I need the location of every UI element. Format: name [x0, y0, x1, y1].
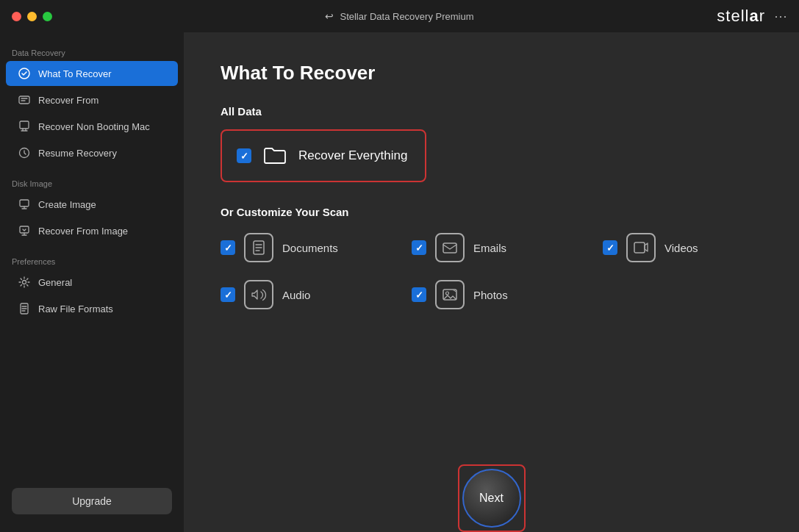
- resume-recovery-icon: [18, 146, 31, 159]
- audio-icon: [244, 280, 273, 309]
- scan-options-grid: Documents Emails: [221, 233, 762, 309]
- create-image-icon: [18, 198, 31, 211]
- app-title: ↩ Stellar Data Recovery Premium: [325, 10, 473, 22]
- raw-file-formats-label: Raw File Formats: [38, 303, 113, 314]
- sidebar-item-resume-recovery[interactable]: Resume Recovery: [6, 140, 178, 165]
- svg-rect-10: [634, 242, 645, 253]
- sidebar-item-recover-non-booting[interactable]: Recover Non Booting Mac: [6, 114, 178, 139]
- what-to-recover-icon: [18, 67, 31, 80]
- svg-point-12: [446, 292, 449, 295]
- general-icon: [18, 276, 31, 289]
- menu-icon[interactable]: ⋯: [774, 8, 787, 24]
- general-label: General: [38, 277, 72, 288]
- next-button[interactable]: Next: [462, 469, 521, 528]
- disk-image-section-label: Disk Image: [0, 175, 184, 191]
- photos-checkbox[interactable]: [412, 287, 426, 302]
- sidebar-item-create-image[interactable]: Create Image: [6, 192, 178, 217]
- recover-everything-option[interactable]: Recover Everything: [221, 129, 426, 182]
- stellar-logo: stellar: [717, 7, 765, 26]
- documents-label: Documents: [282, 242, 338, 254]
- svg-rect-2: [20, 121, 29, 129]
- next-button-wrapper: Next: [458, 464, 526, 532]
- recover-from-icon: [18, 93, 31, 107]
- what-to-recover-label: What To Recover: [38, 68, 111, 79]
- preferences-section-label: Preferences: [0, 253, 184, 269]
- recover-from-image-icon: [18, 224, 31, 237]
- sidebar: Data Recovery What To Recover Recover Fr…: [0, 32, 184, 532]
- audio-checkbox[interactable]: [221, 287, 235, 302]
- svg-point-6: [23, 281, 26, 284]
- main-layout: Data Recovery What To Recover Recover Fr…: [0, 32, 799, 532]
- svg-rect-5: [20, 226, 29, 233]
- photos-label: Photos: [473, 289, 508, 301]
- back-icon: ↩: [325, 10, 334, 22]
- documents-icon: [244, 233, 273, 262]
- recover-everything-checkbox[interactable]: [237, 148, 251, 163]
- recover-non-booting-label: Recover Non Booting Mac: [38, 121, 150, 132]
- documents-checkbox[interactable]: [221, 240, 235, 255]
- upgrade-button[interactable]: Upgrade: [12, 488, 172, 514]
- all-data-label: All Data: [221, 105, 762, 118]
- emails-checkbox[interactable]: [412, 240, 426, 255]
- sidebar-item-what-to-recover[interactable]: What To Recover: [6, 61, 178, 86]
- videos-icon: [626, 233, 656, 262]
- audio-label: Audio: [282, 289, 310, 301]
- emails-option[interactable]: Emails: [412, 233, 588, 262]
- create-image-label: Create Image: [38, 199, 96, 210]
- recover-everything-label: Recover Everything: [298, 148, 407, 163]
- titlebar-right: stellar ⋯: [717, 7, 787, 26]
- emails-label: Emails: [473, 242, 506, 254]
- svg-rect-1: [19, 96, 29, 104]
- fullscreen-button[interactable]: [43, 12, 52, 21]
- raw-file-formats-icon: [18, 302, 31, 315]
- sidebar-item-recover-from[interactable]: Recover From: [6, 87, 178, 112]
- recover-non-booting-icon: [18, 120, 31, 133]
- photos-option[interactable]: Photos: [412, 280, 588, 309]
- folder-icon: [262, 143, 288, 169]
- videos-option[interactable]: Videos: [603, 233, 779, 262]
- window-controls: [12, 12, 52, 21]
- documents-option[interactable]: Documents: [221, 233, 397, 262]
- sidebar-item-general[interactable]: General: [6, 270, 178, 295]
- videos-checkbox[interactable]: [603, 240, 617, 255]
- resume-recovery-label: Resume Recovery: [38, 148, 117, 159]
- sidebar-item-raw-file-formats[interactable]: Raw File Formats: [6, 296, 178, 321]
- titlebar: ↩ Stellar Data Recovery Premium stellar …: [0, 0, 799, 32]
- photos-icon: [435, 280, 465, 309]
- audio-option[interactable]: Audio: [221, 280, 397, 309]
- minimize-button[interactable]: [27, 12, 37, 21]
- recover-from-label: Recover From: [38, 95, 98, 106]
- emails-icon: [435, 233, 465, 262]
- sidebar-item-recover-from-image[interactable]: Recover From Image: [6, 218, 178, 243]
- svg-rect-9: [443, 243, 456, 253]
- svg-rect-4: [20, 200, 29, 206]
- page-title: What To Recover: [221, 62, 762, 85]
- next-area: Next: [184, 464, 799, 532]
- videos-label: Videos: [664, 242, 698, 254]
- customize-scan-label: Or Customize Your Scan: [221, 206, 762, 218]
- recover-from-image-label: Recover From Image: [38, 226, 128, 237]
- close-button[interactable]: [12, 12, 21, 21]
- data-recovery-section-label: Data Recovery: [0, 44, 184, 60]
- content-area: What To Recover All Data Recover Everyth…: [184, 32, 799, 532]
